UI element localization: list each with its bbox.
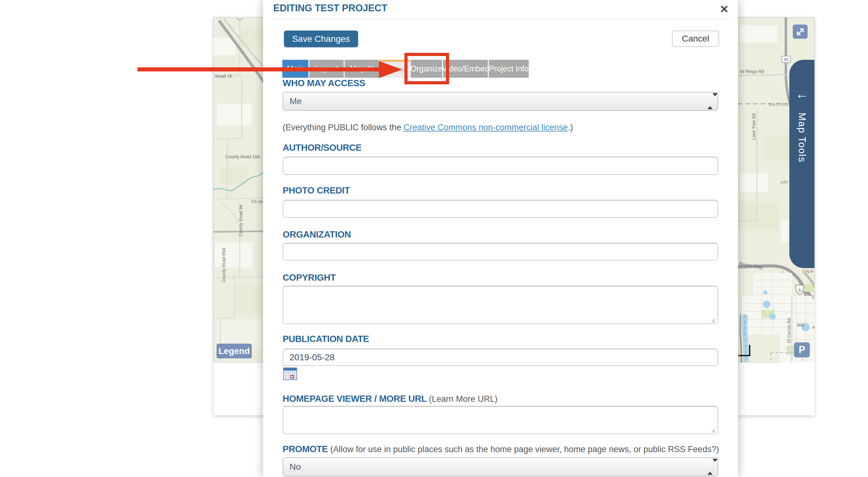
map-label-a: A: [812, 325, 814, 330]
highway-99-shield: 99: [782, 56, 790, 63]
homepage-viewer-label-strong: HOMEPAGE VIEWER / MORE URL: [283, 393, 427, 404]
select-spinner-icon: [708, 96, 713, 106]
map-label-lonetree: Lone Tree Rd: [751, 113, 756, 140]
field-line: [738, 220, 765, 221]
map-label-elcentro: El Centro Rd: [786, 318, 792, 343]
legend-button[interactable]: Legend: [217, 344, 252, 358]
map-label-wriego: W Riego Rd: [740, 69, 764, 74]
svg-text:99: 99: [784, 57, 788, 62]
project-marker-button[interactable]: P: [794, 342, 810, 357]
expand-map-button[interactable]: [793, 25, 808, 39]
publication-date-input[interactable]: [283, 349, 718, 366]
map-label-cr18a: County Road 18A: [225, 154, 260, 159]
organization-label: ORGANIZATION: [283, 230, 351, 239]
map-tools-label: Map Tools: [796, 113, 808, 163]
photo-credit-label: PHOTO CREDIT: [283, 186, 350, 195]
svg-text:5: 5: [799, 288, 801, 293]
map-label-win: Win: [797, 322, 804, 327]
map-label-cr96: County Road 96: [238, 205, 243, 236]
dialog-title: EDITING TEST PROJECT: [273, 2, 388, 14]
homepage-viewer-hint: (Learn More URL): [429, 394, 498, 404]
title-divider: [273, 19, 730, 20]
organization-input[interactable]: [283, 243, 718, 260]
cancel-button[interactable]: Cancel: [672, 31, 719, 47]
license-suffix: .): [568, 123, 573, 132]
promote-hint: (Allow for use in public places such as …: [331, 445, 719, 454]
annotation-highlight-box: [404, 53, 449, 84]
screen: Road 16 County Road 18A Co unty County R…: [0, 0, 868, 477]
photo-credit-input[interactable]: [283, 200, 718, 218]
promote-label-strong: PROMOTE: [283, 444, 328, 454]
who-may-access-value: Me: [289, 96, 302, 106]
annotation-arrow-head: [379, 61, 402, 78]
resize-grip-icon[interactable]: [710, 428, 715, 433]
promote-value: No: [289, 462, 301, 472]
collapse-arrow-icon: ←: [795, 88, 808, 101]
resize-grip-icon[interactable]: [710, 318, 715, 323]
tab-video-embed[interactable]: Video/Embed: [443, 60, 488, 78]
homepage-viewer-label: HOMEPAGE VIEWER / MORE URL (Learn More U…: [283, 394, 498, 403]
close-icon[interactable]: ✕: [720, 4, 729, 14]
map-label-road16: Road 16: [215, 74, 232, 79]
publication-date-label: PUBLICATION DATE: [283, 335, 369, 344]
homepage-viewer-textarea[interactable]: [283, 406, 718, 434]
author-source-label: AUTHOR/SOURCE: [283, 143, 362, 152]
tab-project-info[interactable]: Project Info: [489, 60, 529, 78]
copyright-textarea[interactable]: [283, 286, 718, 324]
who-may-access-select[interactable]: Me: [283, 92, 718, 111]
map-label-am: AM: [780, 179, 788, 185]
save-changes-button[interactable]: Save Changes: [284, 31, 358, 47]
license-prefix: (Everything PUBLIC follows the: [283, 123, 403, 132]
copyright-label: COPYRIGHT: [283, 273, 336, 282]
map-tools-panel[interactable]: ← Map Tools: [789, 60, 814, 268]
creative-commons-link[interactable]: Creative Commons non-commercial license: [403, 123, 568, 132]
promote-label: PROMOTE (Allow for use in public places …: [283, 445, 719, 454]
calendar-icon[interactable]: [283, 368, 297, 380]
edit-project-dialog: EDITING TEST PROJECT ✕ Save Changes Canc…: [263, 0, 738, 477]
author-source-input[interactable]: [283, 157, 718, 175]
map-marker: [237, 17, 242, 20]
map-label-d: D: [812, 295, 814, 300]
select-spinner-icon: [708, 462, 713, 472]
annotation-arrow-shaft: [137, 67, 381, 71]
map-label-np: N P: [806, 269, 813, 274]
license-note: (Everything PUBLIC follows the Creative …: [283, 123, 573, 132]
who-may-access-label: WHO MAY ACCESS: [283, 79, 365, 88]
expand-icon: [796, 27, 805, 36]
promote-select[interactable]: No: [283, 457, 718, 477]
map-label-cr95a: County Road 95A: [221, 248, 226, 283]
